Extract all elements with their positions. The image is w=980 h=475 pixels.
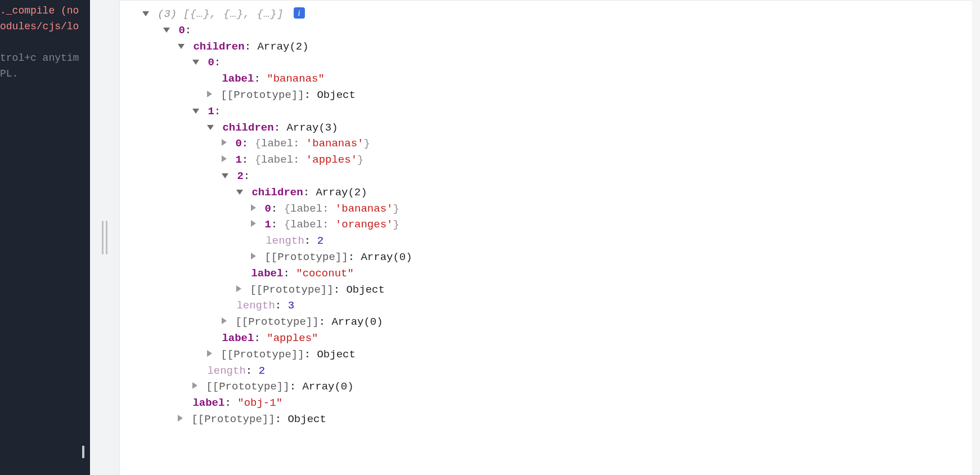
chevron-right-icon[interactable]	[236, 285, 241, 292]
tree-leaf[interactable]: length: 3	[142, 298, 980, 314]
chevron-down-icon[interactable]	[163, 28, 170, 33]
inline-object-preview: {label: 'apples'}	[255, 154, 364, 166]
tree-node[interactable]: 0:	[142, 23, 980, 39]
tree-leaf[interactable]: length: 2	[142, 363, 980, 379]
tree-proto[interactable]: [[Prototype]]: Array(0)	[142, 249, 980, 266]
chevron-down-icon[interactable]	[192, 109, 199, 114]
inline-object-preview: {label: 'oranges'}	[284, 218, 399, 231]
tree-leaf[interactable]: 0: {label: 'bananas'}	[142, 136, 980, 152]
chevron-right-icon[interactable]	[251, 220, 256, 227]
chevron-right-icon[interactable]	[222, 139, 227, 146]
tree-proto[interactable]: [[Prototype]]: Object	[142, 282, 980, 298]
info-icon[interactable]: i	[294, 7, 305, 19]
panel-splitter[interactable]	[90, 0, 120, 475]
tree-node[interactable]: children: Array(2)	[142, 185, 980, 201]
tree-proto[interactable]: [[Prototype]]: Array(0)	[142, 379, 980, 395]
chevron-down-icon[interactable]	[178, 44, 185, 49]
tree-leaf[interactable]: label: "coconut"	[142, 266, 980, 282]
tree-root-header[interactable]: (3) [{…}, {…}, {…}] i	[142, 6, 980, 23]
tree-proto[interactable]: [[Prototype]]: Object	[142, 347, 980, 363]
tree-node[interactable]: 0:	[142, 55, 980, 71]
tree-proto[interactable]: [[Prototype]]: Object	[142, 87, 980, 104]
tree-leaf[interactable]: 1: {label: 'oranges'}	[142, 217, 980, 233]
tree-leaf[interactable]: label: "apples"	[142, 330, 980, 347]
chevron-right-icon[interactable]	[222, 317, 227, 324]
chevron-right-icon[interactable]	[207, 91, 212, 97]
tree-leaf[interactable]: label: "bananas"	[142, 71, 980, 87]
tree-leaf[interactable]: 0: {label: 'bananas'}	[142, 201, 980, 217]
drag-handle-icon	[102, 221, 107, 254]
cursor-icon	[82, 446, 84, 458]
terminal-line: odules/cjs/lo	[0, 19, 90, 35]
console-object-tree[interactable]: (3) [{…}, {…}, {…}] i 0: children: Array…	[120, 0, 980, 475]
terminal-panel[interactable]: ._compile (no odules/cjs/lo trol+c anyti…	[0, 0, 90, 475]
tree-proto[interactable]: [[Prototype]]: Object	[142, 411, 980, 428]
terminal-line: ._compile (no	[0, 3, 90, 19]
tree-node[interactable]: children: Array(3)	[142, 120, 980, 136]
terminal-line: PL.	[0, 66, 90, 82]
tree-leaf[interactable]: label: "obj-1"	[142, 395, 980, 411]
array-preview: [{…}, {…}, {…}]	[183, 8, 284, 20]
tree-node[interactable]: children: Array(2)	[142, 39, 980, 55]
console-panel-wrap: (3) [{…}, {…}, {…}] i 0: children: Array…	[120, 0, 980, 475]
tree-leaf[interactable]: length: 2	[142, 233, 980, 249]
chevron-down-icon[interactable]	[207, 125, 214, 130]
spacer	[0, 35, 90, 51]
array-length: (3)	[158, 8, 177, 20]
scrollbar[interactable]	[972, 0, 980, 475]
chevron-down-icon[interactable]	[222, 173, 228, 178]
chevron-right-icon[interactable]	[178, 415, 183, 422]
chevron-down-icon[interactable]	[236, 190, 243, 195]
chevron-right-icon[interactable]	[251, 253, 256, 259]
chevron-right-icon[interactable]	[251, 204, 256, 211]
chevron-right-icon[interactable]	[192, 382, 197, 389]
inline-object-preview: {label: 'bananas'}	[284, 203, 399, 215]
tree-node[interactable]: 2:	[142, 168, 980, 185]
tree-leaf[interactable]: 1: {label: 'apples'}	[142, 152, 980, 168]
tree-proto[interactable]: [[Prototype]]: Array(0)	[142, 314, 980, 330]
inline-object-preview: {label: 'bananas'}	[255, 137, 370, 150]
chevron-down-icon[interactable]	[192, 60, 199, 65]
chevron-right-icon[interactable]	[207, 350, 212, 357]
tree-node[interactable]: 1:	[142, 104, 980, 120]
chevron-right-icon[interactable]	[222, 155, 227, 162]
chevron-down-icon[interactable]	[142, 11, 149, 16]
terminal-line: trol+c anytim	[0, 51, 90, 66]
